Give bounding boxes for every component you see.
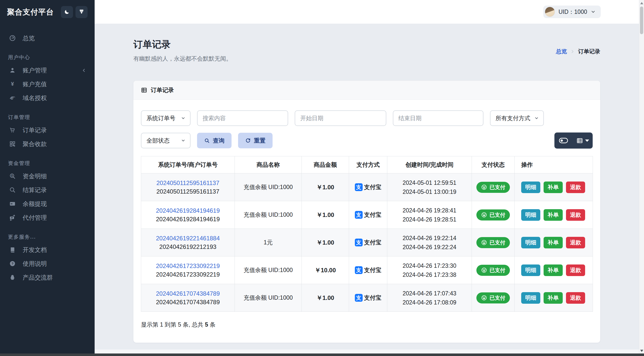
product-name-cell: 充值余额 UID:1000 [235,201,302,229]
order-no-type-select[interactable]: 系统订单号 [141,110,191,126]
detail-button[interactable]: 明细 [521,264,540,276]
system-order-link[interactable]: 2024042617233092219 [141,262,235,270]
sidebar-item[interactable]: $资金明细 [0,169,95,183]
actions-cell: 明细补单退款 [515,229,593,256]
dark-mode-button[interactable] [61,6,73,18]
status-badge: 已支付 [476,292,510,303]
detail-button[interactable]: 明细 [521,209,540,221]
status-badge: 已支付 [476,182,510,193]
reset-button-label: 重置 [254,137,266,145]
created-time: 2024-04-26 19:28:41 [387,206,472,215]
scroll-up-arrow[interactable] [640,2,643,4]
refresh-icon [245,138,251,144]
start-date-input[interactable] [295,110,386,126]
amount-value: ￥10.00 [315,267,336,274]
reset-button[interactable]: 重置 [238,133,273,148]
sidebar-item[interactable]: ?使用说明 [0,257,95,271]
vertical-scrollbar-thumb[interactable] [640,7,643,34]
pay-method-select[interactable]: 所有支付方式 [490,110,544,126]
status-select[interactable]: 全部状态 [141,133,191,148]
query-button[interactable]: 查询 [197,133,232,148]
page-bottom-strip [95,349,639,353]
filter-row-1: 系统订单号 所有支付方式 [141,110,593,126]
sidebar-item[interactable]: e域名授权 [0,91,95,105]
sidebar-nav: 总览 用户中心账户管理¥账户充值e域名授权订单管理订单记录聚合收款资金管理$资金… [0,24,95,284]
breadcrumb-root-link[interactable]: 总览 [556,48,567,55]
table-row: 20240426192841946192024042619284194619充值… [141,201,593,229]
completed-time: 2024-04-26 17:23:38 [387,270,472,279]
sidebar-header: 聚合支付平台 [0,0,95,24]
refund-button[interactable]: 退款 [566,292,585,304]
product-name-cell: 充值余额 UID:1000 [235,256,302,284]
sidebar-item-label: 产品交流群 [23,274,53,282]
amount-cell: ￥1.00 [302,284,349,312]
refund-button[interactable]: 退款 [566,209,585,221]
smile-icon [481,267,487,273]
topbar: UID：1000 [95,0,639,24]
orders-card: 订单记录 系统订单号 所有支付方式 [133,81,600,343]
amount-cell: ￥1.00 [302,229,349,256]
sidebar-item[interactable]: 代付管理 [0,211,95,225]
vertical-scrollbar[interactable] [639,0,644,356]
search-input[interactable] [197,110,288,126]
time-cell: 2024-04-26 17:07:432024-04-26 17:08:09 [387,284,472,312]
reorder-button[interactable]: 补单 [544,264,563,276]
brush-icon-button[interactable] [75,6,88,18]
scroll-down-arrow[interactable] [640,350,643,352]
refund-button[interactable]: 退款 [566,264,585,276]
nav-section-heading: 订单管理 [8,114,87,121]
merchant-order-no: 2024050112595161137 [141,187,235,196]
system-order-link[interactable]: 2024042619284194619 [141,206,235,215]
system-order-link[interactable]: 2024050112595161137 [141,179,235,187]
sidebar-item-label: 余额提现 [23,200,47,208]
sidebar-item[interactable]: 余额提现 [0,197,95,211]
toggle-view-button[interactable] [554,132,573,149]
status-badge: 已支付 [476,265,510,276]
page-header: 订单记录 有幽默感的人，永远都不会默默无闻。 总览 订单记录 [133,38,600,63]
sidebar-item[interactable]: ¥账户充值 [0,77,95,91]
svg-text:$: $ [11,174,13,177]
reorder-button[interactable]: 补单 [544,237,563,248]
money-transfer-icon [8,214,17,221]
qrcode-icon [8,141,17,147]
system-order-link[interactable]: 2024042617074384789 [141,289,235,298]
refund-button[interactable]: 退款 [566,182,585,193]
columns-dropdown-button[interactable] [573,132,593,149]
chevron-down-icon [181,138,185,143]
system-order-link[interactable]: 2024042619221461884 [141,234,235,243]
refund-button[interactable]: 退款 [566,237,585,248]
breadcrumb-current: 订单记录 [578,48,600,55]
sidebar-item[interactable]: 聚合收款 [0,137,95,151]
filter-row-2: 全部状态 查询 重置 [141,132,593,149]
sidebar-item[interactable]: 订单记录 [0,123,95,137]
end-date-input[interactable] [393,110,483,126]
horizontal-scrollbar-thumb[interactable] [0,353,644,356]
reorder-button[interactable]: 补单 [544,292,563,304]
sidebar-item[interactable]: 开发文档 [0,243,95,257]
chevron-down-icon [181,116,185,120]
product-name-cell: 充值余额 UID:1000 [235,173,302,201]
nav-section-heading: 用户中心 [8,54,87,61]
uid-label: UID：1000 [558,8,587,16]
reorder-button[interactable]: 补单 [544,209,563,221]
pagination-prefix: 显示第 1 到第 5 条, 总共 [141,321,205,328]
detail-button[interactable]: 明细 [521,292,540,304]
reorder-button[interactable]: 补单 [544,182,563,193]
pay-method-cell: 支支付宝 [349,201,387,229]
gauge-icon [8,35,17,41]
table-row: 20240426172330922192024042617233092219充值… [141,256,593,284]
search-dollar-icon: $ [8,173,17,180]
column-header: 创建时间/完成时间 [387,156,472,173]
sidebar-item[interactable]: 产品交流群 [0,271,95,284]
sidebar-item[interactable]: 结算记录 [0,183,95,197]
detail-button[interactable]: 明细 [521,182,540,193]
book-icon [8,246,17,253]
sidebar-item-overview[interactable]: 总览 [0,31,95,45]
status-label: 已支付 [489,294,505,301]
sidebar-item[interactable]: 账户管理 [0,63,95,77]
detail-button[interactable]: 明细 [521,237,540,248]
sidebar-item-label: 资金明细 [23,172,47,180]
page-subtitle: 有幽默感的人，永远都不会默默无闻。 [133,55,232,63]
user-menu[interactable]: UID：1000 [543,6,601,18]
order-numbers-cell: 20240426172330922192024042617233092219 [141,256,235,284]
